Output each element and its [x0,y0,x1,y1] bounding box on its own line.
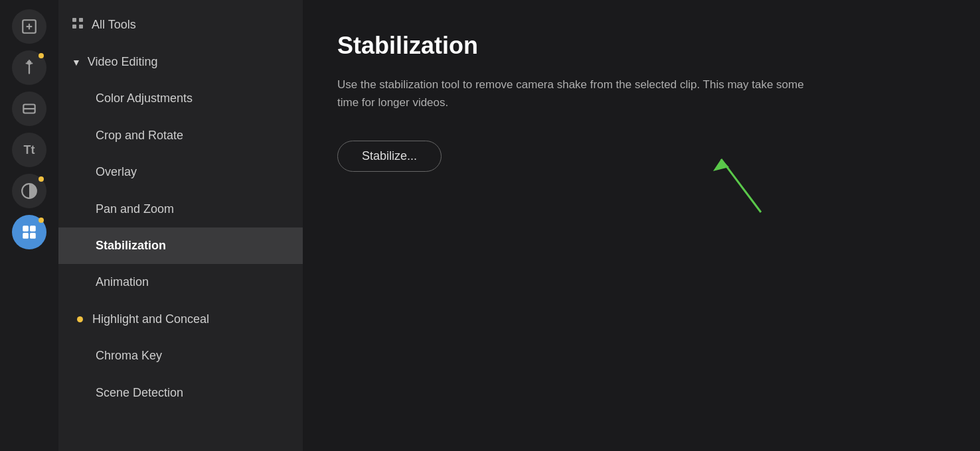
grid-icon [72,17,84,33]
stabilization-label: Stabilization [96,238,166,253]
sidebar-item-highlight-and-conceal[interactable]: Highlight and Conceal [58,301,303,338]
svg-rect-8 [30,226,36,231]
svg-rect-11 [72,18,76,22]
svg-rect-9 [23,233,29,239]
scene-detection-label: Scene Detection [96,385,183,401]
video-editing-label: Video Editing [88,54,158,70]
sidebar-item-chroma-key[interactable]: Chroma Key [58,338,303,374]
sidebar: All Tools ▼ Video Editing Color Adjustme… [58,0,303,451]
sidebar-item-overlay[interactable]: Overlay [58,154,303,190]
pan-and-zoom-label: Pan and Zoom [96,202,174,217]
svg-rect-10 [30,233,36,239]
highlight-dot [77,316,83,322]
icon-bar: Tt [0,0,58,451]
stabilize-button[interactable]: Stabilize... [337,141,442,172]
sidebar-item-scene-detection[interactable]: Scene Detection [58,375,303,411]
all-tools-label: All Tools [92,17,136,32]
text-button[interactable]: Tt [12,133,46,167]
page-title: Stabilization [337,32,945,60]
animation-label: Animation [96,275,149,290]
svg-rect-14 [79,25,83,29]
svg-rect-7 [23,226,29,231]
sidebar-item-all-tools[interactable]: All Tools [58,7,303,44]
main-description: Use the stabilization tool to remove cam… [337,76,815,111]
color-adjustments-label: Color Adjustments [96,91,193,106]
filter-button[interactable] [12,174,46,208]
sidebar-item-stabilization[interactable]: Stabilization [58,227,303,264]
expand-arrow-icon: ▼ [72,56,81,68]
trim-button[interactable] [12,92,46,126]
svg-rect-13 [72,25,76,29]
sidebar-item-animation[interactable]: Animation [58,264,303,300]
pin-button[interactable] [12,50,46,85]
arrow-annotation [694,146,781,222]
apps-button[interactable] [12,215,46,249]
chroma-key-label: Chroma Key [96,348,162,363]
add-clip-button[interactable] [12,9,46,44]
main-content: Stabilization Use the stabilization tool… [303,0,980,451]
svg-rect-12 [79,18,83,22]
svg-line-15 [721,159,761,212]
sidebar-item-color-adjustments[interactable]: Color Adjustments [58,80,303,117]
crop-and-rotate-label: Crop and Rotate [96,128,183,143]
overlay-label: Overlay [96,164,137,180]
svg-point-3 [27,60,32,65]
sidebar-section-video-editing[interactable]: ▼ Video Editing [58,44,303,80]
highlight-and-conceal-label: Highlight and Conceal [92,312,209,327]
svg-marker-16 [713,159,729,171]
sidebar-item-pan-and-zoom[interactable]: Pan and Zoom [58,191,303,227]
sidebar-item-crop-and-rotate[interactable]: Crop and Rotate [58,117,303,154]
